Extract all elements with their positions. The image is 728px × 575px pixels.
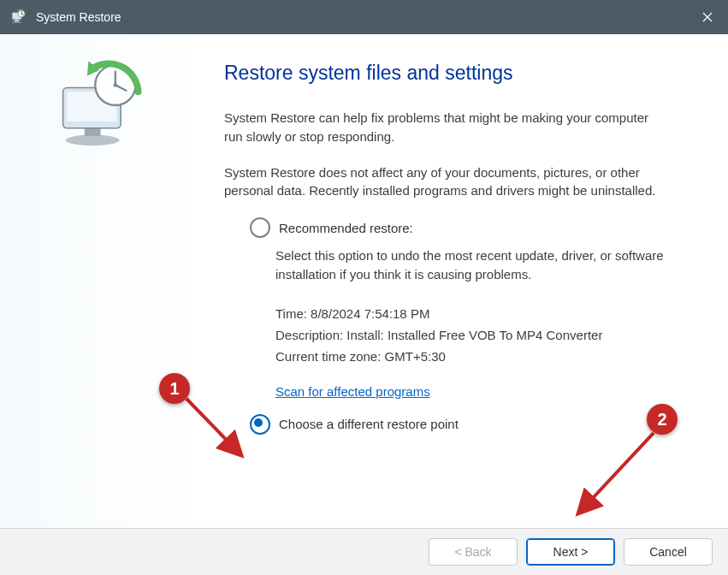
cancel-button[interactable]: Cancel [624, 538, 713, 566]
svg-rect-2 [12, 22, 21, 23]
radio-selected-icon [250, 414, 270, 435]
wizard-footer: < Back Next > Cancel [0, 529, 728, 575]
intro-paragraph-1: System Restore can help fix problems tha… [224, 109, 669, 146]
choose-different-restore-option[interactable]: Choose a different restore point [250, 414, 702, 435]
annotation-callout-2: 2 [647, 404, 678, 435]
main-panel: Restore system files and settings System… [198, 34, 728, 528]
intro-paragraph-2: System Restore does not affect any of yo… [224, 163, 669, 201]
sidebar [0, 34, 198, 528]
recommended-restore-label: Recommended restore: [279, 221, 413, 235]
system-restore-icon [9, 8, 27, 27]
svg-point-5 [66, 135, 120, 146]
system-restore-large-icon [52, 58, 146, 152]
scan-affected-programs-link[interactable]: Scan for affected programs [275, 384, 430, 399]
annotation-callout-1: 1 [159, 373, 190, 404]
radio-unselected-icon [250, 217, 270, 238]
choose-different-label: Choose a different restore point [279, 417, 459, 431]
window-title: System Restore [36, 10, 121, 24]
back-button[interactable]: < Back [429, 538, 518, 566]
restore-timezone-line: Current time zone: GMT+5:30 [275, 349, 702, 364]
close-button[interactable] [687, 0, 728, 34]
restore-time-line: Time: 8/8/2024 7:54:18 PM [275, 306, 702, 321]
recommended-restore-description: Select this option to undo the most rece… [275, 246, 669, 284]
svg-rect-1 [15, 20, 20, 22]
next-button[interactable]: Next > [526, 538, 615, 566]
restore-description-line: Description: Install: Installed Free VOB… [275, 328, 702, 342]
page-heading: Restore system files and settings [224, 62, 702, 85]
title-bar: System Restore [0, 0, 728, 34]
recommended-restore-option[interactable]: Recommended restore: [250, 217, 702, 238]
